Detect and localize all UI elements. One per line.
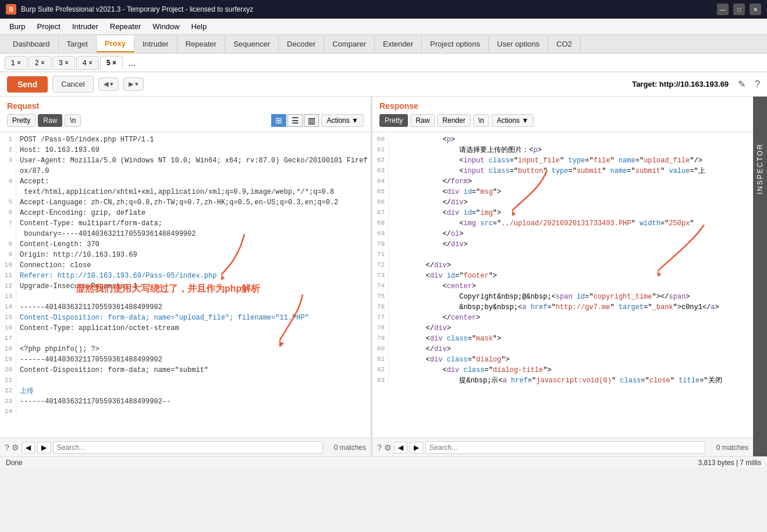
help-icon[interactable]: ?: [755, 79, 760, 90]
title-text: Burp Suite Professional v2021.3 - Tempor…: [21, 5, 717, 13]
view-single[interactable]: ▥: [304, 114, 319, 127]
main-tabbar: Dashboard Target Proxy Intruder Repeater…: [0, 35, 767, 54]
nav-prev-button[interactable]: ◀ ▾: [98, 77, 119, 91]
view-split-h[interactable]: ⊞: [271, 114, 286, 127]
req-raw-btn[interactable]: Raw: [38, 114, 62, 127]
tab-dashboard[interactable]: Dashboard: [5, 36, 59, 52]
response-format-bar: Pretty Raw Render \n Actions ▼: [379, 114, 746, 127]
resp-search-next[interactable]: ▶: [410, 442, 423, 453]
menu-repeater[interactable]: Repeater: [105, 20, 145, 33]
window-controls: — □ ✕: [717, 3, 761, 15]
menu-window[interactable]: Window: [148, 20, 184, 33]
tab-co2[interactable]: CO2: [548, 36, 581, 52]
response-search-bar: ? ⚙ ◀ ▶ 0 matches: [372, 438, 753, 456]
nav-next-button[interactable]: ▶ ▾: [123, 77, 144, 91]
resp-line-71: 71: [372, 250, 753, 260]
response-matches-text: 0 matches: [708, 444, 748, 452]
menu-burp[interactable]: Burp: [5, 20, 30, 33]
request-code-area: 1POST /Pass-05/index.php HTTP/1.1 2Host:…: [0, 132, 371, 438]
resp-line-82: 82 <div class="dialog-title">: [372, 365, 753, 375]
resp-raw-btn[interactable]: Raw: [410, 114, 435, 127]
panels-wrapper: Request Pretty Raw \n ⊞ ☰ ▥ Actions ▼ 1P…: [0, 97, 767, 456]
req-line-17: 17: [0, 334, 371, 344]
req-line-2: 2Host: 10.163.193.69: [0, 145, 371, 155]
response-search-input[interactable]: [425, 441, 705, 454]
req-line-18: 18<?php phpinfo(); ?>: [0, 344, 371, 354]
resp-line-78: 78 </div>: [372, 323, 753, 334]
resp-line-74: 74 <center>: [372, 281, 753, 292]
resp-line-79: 79 <div class="mask">: [372, 334, 753, 344]
close-button[interactable]: ✕: [750, 3, 761, 15]
req-actions-btn[interactable]: Actions ▼: [321, 114, 364, 127]
req-line-11: 11Referer: http://10.163.193.69/Pass-05/…: [0, 271, 371, 281]
tab-target[interactable]: Target: [59, 36, 97, 52]
tab-sequencer[interactable]: Sequencer: [225, 36, 279, 52]
rep-tab-1[interactable]: 1 ×: [5, 56, 27, 70]
toolbar: Send Cancel ◀ ▾ ▶ ▾ Target: http://10.16…: [0, 72, 767, 97]
req-pretty-btn[interactable]: Pretty: [7, 114, 35, 127]
resp-newline-btn[interactable]: \n: [473, 114, 489, 127]
rep-tab-2[interactable]: 2 ×: [29, 56, 51, 70]
req-line-20: 20Content-Disposition: form-data; name="…: [0, 365, 371, 375]
req-line-6: 6Accept-Encoding: gzip, deflate: [0, 208, 371, 218]
maximize-button[interactable]: □: [733, 3, 745, 15]
menubar: Burp Project Intruder Repeater Window He…: [0, 19, 767, 35]
resp-render-btn[interactable]: Render: [437, 114, 470, 127]
tab-user-options[interactable]: User options: [489, 36, 548, 52]
tab-comparer[interactable]: Comparer: [324, 36, 375, 52]
rep-tab-4[interactable]: 4 ×: [76, 56, 99, 70]
tab-decoder[interactable]: Decoder: [279, 36, 324, 52]
request-search-bar: ? ⚙ ◀ ▶ 0 matches: [0, 438, 371, 456]
resp-line-80: 80 </div>: [372, 344, 753, 354]
resp-line-62: 62 <input class="input_file" type="file"…: [372, 155, 753, 166]
req-search-help-icon[interactable]: ?: [5, 443, 9, 452]
resp-line-60: 60 <p>: [372, 134, 753, 145]
resp-line-70: 70 </div>: [372, 239, 753, 250]
req-newline-btn[interactable]: \n: [65, 114, 81, 127]
req-search-settings-icon[interactable]: ⚙: [12, 443, 19, 452]
req-line-14: 14------4014036321170559361488499902: [0, 302, 371, 313]
resp-line-75: 75 Copyright&nbsp;@&nbsp;<span id="copyr…: [372, 292, 753, 302]
response-panel: Response Pretty Raw Render \n Actions ▼ …: [372, 97, 753, 456]
status-right: 3,813 bytes | 7 millis: [698, 459, 762, 467]
rep-tab-3[interactable]: 3 ×: [52, 56, 75, 70]
resp-search-help-icon[interactable]: ?: [377, 443, 382, 452]
request-format-bar: Pretty Raw \n ⊞ ☰ ▥ Actions ▼: [7, 114, 364, 127]
request-search-input[interactable]: [53, 441, 323, 454]
resp-search-prev[interactable]: ◀: [394, 442, 407, 453]
req-line-9: 9Origin: http://10.163.193.69: [0, 250, 371, 260]
tab-intruder[interactable]: Intruder: [134, 36, 177, 52]
resp-line-81: 81 <div class="dialog">: [372, 354, 753, 365]
request-header: Request Pretty Raw \n ⊞ ☰ ▥ Actions ▼: [0, 97, 371, 132]
resp-line-83: 83 提&nbsp;示<a href="javascript:void(0)" …: [372, 375, 753, 386]
req-line-19: 19------4014036321170559361488499902: [0, 354, 371, 365]
menu-project[interactable]: Project: [32, 20, 65, 33]
view-toggles: ⊞ ☰ ▥: [271, 114, 319, 127]
send-button[interactable]: Send: [7, 76, 48, 93]
req-line-15: 15Content-Disposition: form-data; name="…: [0, 313, 371, 323]
repeater-tabs: 1 × 2 × 3 × 4 × 5 × ...: [0, 54, 767, 72]
resp-line-61: 61 请选择要上传的图片：<p>: [372, 145, 753, 155]
cancel-button[interactable]: Cancel: [52, 76, 93, 93]
req-search-next[interactable]: ▶: [37, 442, 51, 453]
req-line-5: 5Accept-Language: zh-CN,zh;q=0.8,zh-TW;q…: [0, 197, 371, 208]
view-split-v[interactable]: ☰: [287, 114, 303, 127]
tab-extender[interactable]: Extender: [375, 36, 422, 52]
rep-tab-5[interactable]: 5 ×: [100, 56, 123, 70]
tab-proxy[interactable]: Proxy: [97, 36, 134, 52]
response-header: Response Pretty Raw Render \n Actions ▼: [372, 97, 753, 132]
edit-target-icon[interactable]: ✎: [738, 79, 745, 90]
inspector-label[interactable]: INSPECTOR: [756, 143, 764, 194]
menu-intruder[interactable]: Intruder: [68, 20, 103, 33]
resp-search-settings-icon[interactable]: ⚙: [384, 443, 392, 452]
tab-repeater[interactable]: Repeater: [177, 36, 225, 52]
minimize-button[interactable]: —: [717, 3, 729, 15]
menu-help[interactable]: Help: [186, 20, 211, 33]
resp-pretty-btn[interactable]: Pretty: [379, 114, 408, 127]
rep-tab-more[interactable]: ...: [124, 56, 140, 70]
resp-line-73: 73 <div id="footer">: [372, 271, 753, 281]
tab-project-options[interactable]: Project options: [422, 36, 489, 52]
resp-actions-btn[interactable]: Actions ▼: [492, 114, 534, 127]
req-search-prev[interactable]: ◀: [22, 442, 35, 453]
resp-line-69: 69 </ol>: [372, 229, 753, 239]
